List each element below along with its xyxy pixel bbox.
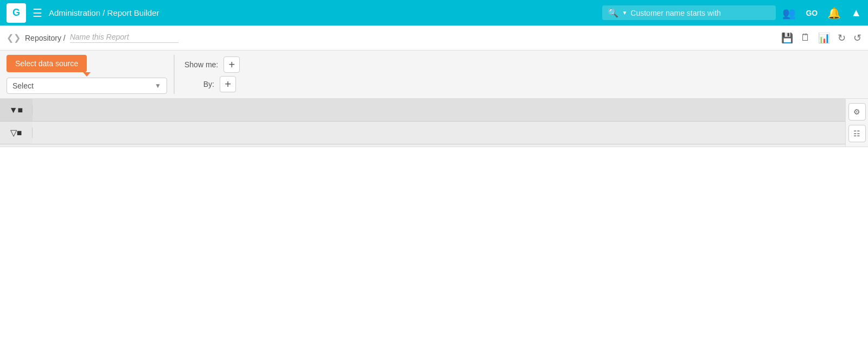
tooltip-arrow xyxy=(83,72,91,77)
hamburger-icon[interactable]: ☰ xyxy=(33,7,42,20)
table-side-actions: ⚙ ☷ xyxy=(845,99,868,147)
show-me-label: Show me: xyxy=(184,60,218,69)
redo-icon[interactable]: ↺ xyxy=(853,32,861,44)
dropdown-arrow-icon: ▼ xyxy=(155,82,161,90)
table-header-row: ▼■ xyxy=(0,99,845,122)
chart-icon[interactable]: 📊 xyxy=(818,32,830,44)
table-header-icon-col: ▼■ xyxy=(0,105,33,115)
select-datasource-button[interactable]: Select data source xyxy=(7,55,87,72)
show-me-add-button[interactable]: + xyxy=(224,56,240,73)
table-subheader-main xyxy=(33,122,845,144)
by-row: By: + xyxy=(184,76,240,92)
toolbar-left: Select data source Select ▼ xyxy=(7,55,175,94)
undo-icon[interactable]: ↻ xyxy=(838,32,846,44)
table-subheader-row: ▽■ xyxy=(0,122,845,144)
filter-icon[interactable]: ▼■ xyxy=(9,105,23,115)
search-icon: 🔍 xyxy=(608,8,618,18)
by-label: By: xyxy=(184,80,214,88)
data-area: ▼■ ▽■ ⚙ ☷ xyxy=(0,99,868,361)
select-datasource-tooltip: Select data source xyxy=(7,55,167,72)
settings-icon: ⚙ xyxy=(853,107,860,116)
sidebar-toggle-icon[interactable]: ❮❯ xyxy=(7,33,21,43)
show-me-row: Show me: + xyxy=(184,56,240,73)
subheader: ❮❯ Repository / Name this Report 💾 🗒 📊 ↻… xyxy=(0,26,868,50)
by-add-button[interactable]: + xyxy=(220,76,236,92)
search-chevron-icon[interactable]: ▼ xyxy=(622,10,627,16)
save-as-icon[interactable]: 🗒 xyxy=(801,32,810,43)
search-input[interactable] xyxy=(630,9,750,17)
filter-sub-icon[interactable]: ▽■ xyxy=(10,128,22,138)
grid-icon: ☷ xyxy=(853,129,860,138)
logo: G xyxy=(7,3,26,23)
topbar-breadcrumb: Administration / Report Builder xyxy=(49,8,596,17)
settings-button[interactable]: ⚙ xyxy=(848,103,866,121)
select-dropdown[interactable]: Select ▼ xyxy=(7,78,167,94)
toolbar-right: Show me: + By: + xyxy=(175,56,240,92)
main-content: Select data source Select ▼ Show me: + B… xyxy=(0,50,868,361)
expand-icon[interactable]: ▲ xyxy=(851,7,861,19)
table-body-empty xyxy=(0,147,868,361)
table-section: ▼■ ▽■ ⚙ ☷ xyxy=(0,99,868,147)
go-icon[interactable]: GO xyxy=(806,9,818,17)
table-content: ▼■ ▽■ xyxy=(0,99,845,147)
subheader-actions: 💾 🗒 📊 ↻ ↺ xyxy=(781,32,861,44)
topbar-action-icons: 👥 GO 🔔 ▲ xyxy=(782,7,861,20)
toolbar-row: Select data source Select ▼ Show me: + B… xyxy=(0,50,868,99)
report-name-input[interactable]: Name this Report xyxy=(70,33,178,43)
table-subheader-icon-col: ▽■ xyxy=(0,128,33,138)
users-icon[interactable]: 👥 xyxy=(782,7,796,20)
topbar: G ☰ Administration / Report Builder 🔍 ▼ … xyxy=(0,0,868,26)
grid-button[interactable]: ☷ xyxy=(848,125,866,142)
subheader-breadcrumb: Repository / xyxy=(25,34,66,42)
bell-icon[interactable]: 🔔 xyxy=(827,7,841,20)
select-label: Select xyxy=(12,81,34,90)
search-bar[interactable]: 🔍 ▼ xyxy=(602,5,776,20)
table-header-main xyxy=(33,99,845,121)
save-icon[interactable]: 💾 xyxy=(781,32,793,44)
